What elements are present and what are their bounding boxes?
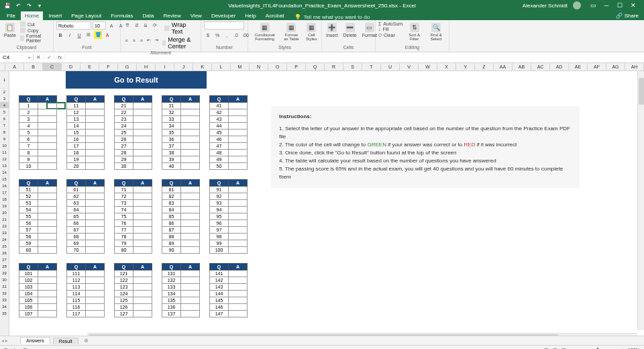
answer-cell[interactable] bbox=[133, 240, 152, 247]
tab-help[interactable]: Help bbox=[241, 11, 260, 20]
answer-cell[interactable] bbox=[38, 130, 57, 136]
answer-cell[interactable] bbox=[181, 123, 200, 130]
answer-cell[interactable] bbox=[181, 277, 200, 284]
column-header[interactable]: AD bbox=[550, 63, 569, 70]
answer-cell[interactable] bbox=[181, 213, 200, 220]
merge-center-button[interactable]: Merge & Center bbox=[162, 36, 198, 50]
answer-cell[interactable] bbox=[229, 187, 248, 193]
tab-formulas[interactable]: Formulas bbox=[107, 11, 137, 20]
answer-cell[interactable] bbox=[86, 213, 105, 220]
answer-cell[interactable] bbox=[38, 240, 57, 247]
answer-cell[interactable] bbox=[86, 200, 105, 207]
row-header[interactable]: 16 bbox=[0, 183, 9, 189]
percent-icon[interactable]: % bbox=[213, 31, 221, 39]
user-avatar[interactable] bbox=[573, 1, 581, 9]
answer-cell[interactable] bbox=[86, 123, 105, 130]
underline-button[interactable]: U bbox=[75, 31, 83, 39]
column-header[interactable]: W bbox=[419, 63, 437, 70]
answer-cell[interactable] bbox=[133, 136, 152, 143]
cut-button[interactable]: Cut bbox=[20, 21, 50, 27]
answer-cell[interactable] bbox=[181, 220, 200, 227]
answer-cell[interactable] bbox=[38, 156, 57, 163]
row-header[interactable]: 5 bbox=[0, 109, 9, 115]
currency-icon[interactable]: $ bbox=[204, 31, 212, 39]
answer-cell[interactable] bbox=[229, 163, 248, 170]
inc-decimal-icon[interactable]: .0 bbox=[232, 31, 240, 39]
answer-cell[interactable] bbox=[38, 227, 57, 234]
answer-cell[interactable] bbox=[133, 227, 152, 234]
column-header[interactable]: C bbox=[43, 63, 62, 70]
answer-cell[interactable] bbox=[229, 213, 248, 220]
wrap-text-button[interactable]: Wrap Text bbox=[164, 21, 198, 35]
answer-cell[interactable] bbox=[38, 277, 57, 284]
answer-cell[interactable] bbox=[86, 291, 105, 297]
grow-font-icon[interactable]: A bbox=[107, 21, 115, 30]
row-header[interactable]: 4 bbox=[0, 102, 9, 109]
answer-cell[interactable] bbox=[38, 213, 57, 220]
answer-cell[interactable] bbox=[229, 103, 248, 109]
column-header[interactable]: O bbox=[268, 63, 287, 70]
column-header[interactable]: AG bbox=[606, 63, 625, 70]
answer-cell[interactable] bbox=[229, 227, 248, 234]
row-header[interactable]: 14 bbox=[0, 169, 9, 176]
answer-cell[interactable] bbox=[229, 247, 248, 254]
row-header[interactable]: 34 bbox=[0, 303, 9, 310]
tab-data[interactable]: Data bbox=[139, 11, 158, 20]
answer-cell[interactable] bbox=[181, 291, 200, 297]
row-header[interactable]: 2 bbox=[0, 89, 9, 95]
cancel-fx-icon[interactable]: ✕ bbox=[34, 54, 44, 60]
answer-cell[interactable] bbox=[133, 150, 152, 156]
next-sheet-icon[interactable]: ▸ bbox=[5, 338, 8, 344]
column-header[interactable]: M bbox=[231, 63, 250, 70]
answer-cell[interactable] bbox=[133, 304, 152, 311]
answer-cell[interactable] bbox=[181, 156, 200, 163]
answer-cell[interactable] bbox=[86, 247, 105, 254]
format-painter-button[interactable]: Format Painter bbox=[20, 34, 50, 43]
answer-cell[interactable] bbox=[181, 143, 200, 150]
answer-cell[interactable] bbox=[181, 187, 200, 193]
answer-cell[interactable] bbox=[86, 240, 105, 247]
answer-cell[interactable] bbox=[229, 207, 248, 213]
answer-cell[interactable] bbox=[181, 304, 200, 311]
answer-cell[interactable] bbox=[133, 200, 152, 207]
column-header[interactable]: AB bbox=[513, 63, 531, 70]
answer-cell[interactable] bbox=[133, 156, 152, 163]
answer-cell[interactable] bbox=[38, 247, 57, 254]
row-header[interactable]: 10 bbox=[0, 142, 9, 149]
answer-cell[interactable] bbox=[133, 234, 152, 240]
column-header[interactable]: P bbox=[287, 63, 306, 70]
column-header[interactable]: H bbox=[137, 63, 156, 70]
row-header[interactable]: 31 bbox=[0, 283, 9, 290]
answer-cell[interactable] bbox=[229, 277, 248, 284]
font-size-select[interactable] bbox=[93, 21, 106, 30]
answer-cell[interactable] bbox=[229, 123, 248, 130]
row-header[interactable]: 13 bbox=[0, 162, 9, 169]
answer-cell[interactable] bbox=[86, 163, 105, 170]
answer-cell[interactable] bbox=[229, 116, 248, 123]
answer-cell[interactable] bbox=[86, 109, 105, 116]
column-header[interactable]: A bbox=[5, 63, 24, 70]
number-format-select[interactable] bbox=[204, 21, 244, 30]
worksheet-grid[interactable]: 1234567891011121314151617181920212223242… bbox=[0, 71, 644, 336]
column-header[interactable]: Q bbox=[306, 63, 325, 70]
answer-cell[interactable] bbox=[86, 297, 105, 304]
answer-cell[interactable] bbox=[38, 234, 57, 240]
indent-dec-icon[interactable]: ⇤ bbox=[146, 36, 152, 44]
answer-cell[interactable] bbox=[229, 143, 248, 150]
answer-cell[interactable] bbox=[229, 220, 248, 227]
row-header[interactable]: 24 bbox=[0, 236, 9, 243]
answer-cell[interactable] bbox=[181, 130, 200, 136]
answer-cell[interactable] bbox=[38, 143, 57, 150]
tab-insert[interactable]: Insert bbox=[44, 11, 66, 20]
answer-cell[interactable] bbox=[86, 220, 105, 227]
sheet-tab-result[interactable]: Result bbox=[53, 338, 78, 344]
new-sheet-icon[interactable]: ⊕ bbox=[84, 338, 89, 344]
align-center-icon[interactable]: ≡ bbox=[131, 36, 137, 44]
column-header[interactable]: AF bbox=[588, 63, 606, 70]
answer-cell[interactable] bbox=[86, 234, 105, 240]
tab-view[interactable]: View bbox=[186, 11, 206, 20]
answer-cell[interactable] bbox=[181, 297, 200, 304]
vertical-scrollbar[interactable] bbox=[637, 71, 644, 330]
sort-filter-button[interactable]: ⇅Sort & Filter bbox=[405, 21, 423, 42]
answer-cell[interactable] bbox=[229, 234, 248, 240]
